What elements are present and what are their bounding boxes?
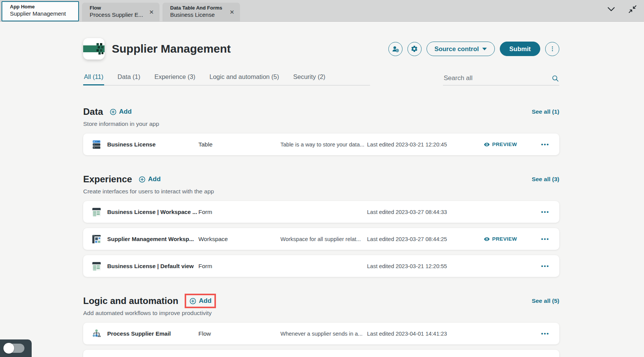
tab-security[interactable]: Security (2) — [293, 73, 326, 85]
table-icon — [83, 140, 107, 150]
preview-label: PREVIEW — [492, 142, 517, 147]
asset-last-edited: Last edited 2023-04-01 14:41:23 — [367, 331, 484, 337]
tab-flow[interactable]: Flow Process Supplier E... ✕ — [82, 3, 159, 21]
tab-type: Flow — [90, 5, 156, 11]
add-label: Add — [199, 297, 211, 305]
asset-type: Form — [198, 263, 280, 270]
asset-row[interactable]: Business License | Workspace ... Form La… — [83, 201, 559, 223]
eye-icon — [484, 142, 490, 148]
bottom-left-panel — [0, 339, 32, 357]
asset-last-edited: Last edited 2023-03-21 12:20:55 — [367, 263, 484, 269]
partial-next-row — [83, 350, 559, 357]
asset-last-edited: Last edited 2023-03-27 08:44:33 — [367, 209, 484, 215]
asset-last-edited: Last edited 2023-03-21 12:20:45 — [367, 142, 484, 148]
asset-row[interactable]: Supplier Management Worksp... Workspace … — [83, 228, 559, 250]
asset-type: Form — [198, 209, 280, 215]
form-icon — [83, 261, 107, 271]
section: Experience Add See all (3) Create interf… — [0, 173, 644, 277]
caret-down-icon — [482, 48, 487, 50]
more-options-button[interactable] — [545, 42, 559, 56]
tab-title: Process Supplier E... — [90, 11, 147, 19]
section-subtitle: Add automated workflows to improve produ… — [83, 309, 559, 317]
row-menu-button[interactable]: ••• — [541, 330, 549, 337]
asset-row[interactable]: Business License Table Table is a way to… — [83, 133, 559, 155]
eye-icon — [484, 236, 490, 242]
tab-title: Business License — [170, 11, 227, 19]
see-all-link[interactable]: See all (1) — [532, 108, 559, 115]
asset-description: Table is a way to store your data... — [280, 142, 367, 148]
app-logo-icon — [83, 38, 105, 60]
plus-circle-icon — [138, 176, 146, 183]
submit-button[interactable]: Submit — [500, 42, 540, 56]
asset-row[interactable]: Business License | Default view Form Las… — [83, 255, 559, 277]
asset-name: Supplier Management Worksp... — [107, 236, 198, 242]
add-user-button[interactable] — [388, 42, 402, 56]
section: Data Add See all (1) Store information i… — [0, 105, 644, 155]
asset-name: Business License | Workspace ... — [107, 209, 198, 215]
chevron-down-icon[interactable] — [607, 5, 616, 14]
asset-type: Table — [198, 141, 280, 148]
asset-name: Business License | Default view — [107, 263, 198, 269]
page-header: Supplier Management Source control Submi… — [83, 38, 559, 60]
row-menu-button[interactable]: ••• — [541, 209, 549, 215]
toggle-switch[interactable] — [5, 344, 24, 353]
row-menu-button[interactable]: ••• — [541, 236, 549, 242]
add-button[interactable]: Add — [138, 175, 161, 183]
workspace-icon — [83, 234, 107, 244]
row-menu-button[interactable]: ••• — [541, 263, 549, 269]
kebab-vertical-icon — [549, 45, 556, 52]
close-icon[interactable]: ✕ — [148, 9, 155, 16]
tab-title: Supplier Management — [10, 10, 67, 18]
collapse-icon[interactable] — [628, 5, 637, 14]
section: Logic and automation Add See all (5) Add… — [0, 294, 644, 344]
see-all-link[interactable]: See all (3) — [532, 176, 559, 183]
source-control-label: Source control — [435, 45, 479, 53]
section-title: Data — [83, 106, 103, 117]
section-title: Experience — [83, 174, 132, 185]
asset-type: Workspace — [198, 236, 280, 243]
tab-experience[interactable]: Experience (3) — [154, 73, 196, 85]
tab-logic-and-automation[interactable]: Logic and automation (5) — [209, 73, 280, 85]
asset-row[interactable]: Process Supplier Email Flow Whenever a s… — [83, 323, 559, 344]
tab-app-home[interactable]: App Home Supplier Management — [2, 1, 79, 21]
person-add-icon — [391, 45, 399, 53]
close-icon[interactable]: ✕ — [229, 9, 235, 16]
add-label: Add — [148, 175, 161, 183]
tab-data[interactable]: Data (1) — [117, 73, 141, 85]
section-subtitle: Create interfaces for users to interact … — [83, 187, 559, 196]
asset-name: Business License — [107, 141, 198, 148]
asset-name: Process Supplier Email — [107, 330, 198, 337]
add-label: Add — [119, 108, 132, 116]
add-button-highlighted[interactable]: Add — [185, 294, 216, 308]
add-button[interactable]: Add — [109, 108, 132, 116]
source-control-button[interactable]: Source control — [427, 42, 495, 56]
asset-type: Flow — [198, 330, 280, 337]
gear-icon — [411, 45, 418, 53]
category-tabs: All (11) Data (1) Experience (3) Logic a… — [83, 73, 370, 85]
tab-data-table-and-forms[interactable]: Data Table And Forms Business License ✕ — [163, 3, 240, 21]
asset-last-edited: Last edited 2023-03-27 08:44:25 — [367, 236, 484, 242]
plus-circle-icon — [109, 108, 117, 116]
section-title: Logic and automation — [83, 296, 178, 306]
tab-type: App Home — [10, 3, 74, 10]
tab-all[interactable]: All (11) — [83, 73, 104, 85]
asset-description: Whenever a supplier sends in a... — [280, 331, 367, 337]
search-input[interactable] — [443, 74, 551, 82]
asset-description: Workspace for all supplier relat... — [280, 236, 367, 242]
form-icon — [83, 207, 107, 217]
section-subtitle: Store information in your app — [83, 120, 559, 128]
search-icon[interactable] — [551, 74, 559, 82]
search-box — [443, 74, 559, 85]
preview-label: PREVIEW — [492, 236, 517, 242]
settings-button[interactable] — [407, 42, 422, 56]
plus-circle-icon — [189, 298, 196, 305]
tab-type: Data Table And Forms — [170, 5, 236, 11]
window-tab-bar: App Home Supplier Management Flow Proces… — [0, 0, 644, 22]
row-menu-button[interactable]: ••• — [541, 141, 549, 148]
toggle-knob[interactable] — [3, 343, 14, 354]
filter-row: All (11) Data (1) Experience (3) Logic a… — [83, 73, 559, 85]
preview-button[interactable]: PREVIEW — [484, 236, 533, 242]
see-all-link[interactable]: See all (5) — [532, 298, 559, 304]
preview-button[interactable]: PREVIEW — [484, 142, 533, 148]
flow-icon — [83, 329, 107, 339]
